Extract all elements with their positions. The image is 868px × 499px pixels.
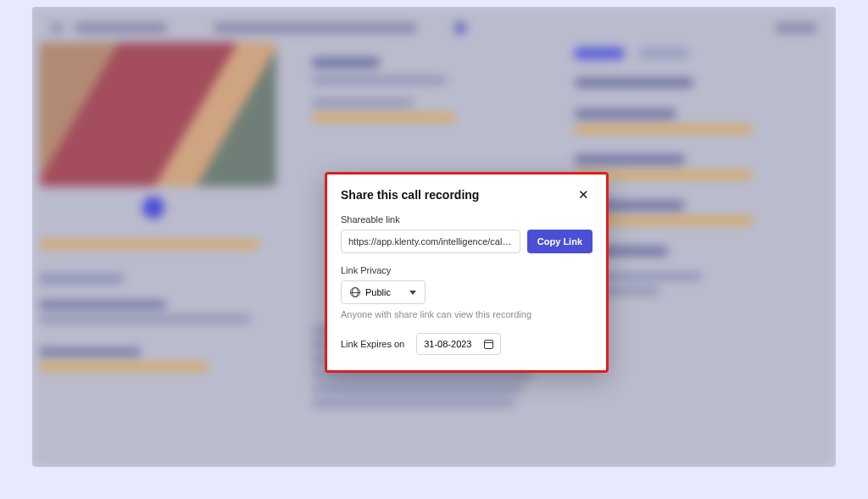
modal-overlay: Share this call recording ✕ Shareable li… [32,7,836,467]
link-privacy-label: Link Privacy [341,265,593,275]
shareable-link-label: Shareable link [341,214,593,225]
share-recording-modal: Share this call recording ✕ Shareable li… [325,172,609,373]
app-window: Share this call recording ✕ Shareable li… [32,7,836,467]
calendar-icon [484,340,493,349]
close-button[interactable]: ✕ [575,186,593,202]
modal-title: Share this call recording [341,188,479,202]
link-expires-value: 31-08-2023 [424,339,471,349]
link-expires-input[interactable]: 31-08-2023 [416,333,501,355]
link-privacy-select[interactable]: Public [341,280,426,304]
chevron-down-icon [409,291,416,295]
close-icon: ✕ [578,187,589,202]
shareable-link-input[interactable] [341,230,520,253]
link-expires-label: Link Expires on [341,339,404,349]
copy-link-button[interactable]: Copy Link [527,230,593,253]
link-privacy-hint: Anyone with share link can view this rec… [341,309,593,319]
globe-icon [350,287,360,297]
page-frame: Share this call recording ✕ Shareable li… [0,0,868,499]
link-privacy-value: Public [365,287,391,297]
